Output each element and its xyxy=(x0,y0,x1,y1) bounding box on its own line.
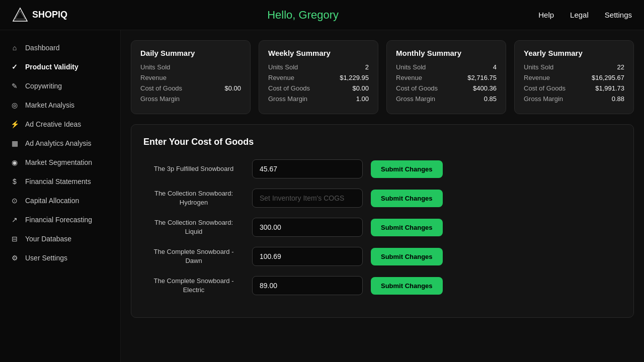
sidebar-item-your-database[interactable]: ⊟ Your Database xyxy=(0,229,120,248)
legal-link[interactable]: Legal xyxy=(570,11,589,19)
settings-link[interactable]: Settings xyxy=(605,11,632,19)
logo-text: SHOPIQ xyxy=(32,10,67,20)
cog-input-dawn[interactable] xyxy=(252,247,363,266)
summary-cards: Daily Summary Units Sold Revenue Cost of… xyxy=(131,40,634,114)
target-icon: ◎ xyxy=(10,101,19,110)
weekly-summary-card: Weekly Summary Units Sold2 Revenue$1,229… xyxy=(259,40,378,114)
product-label-dawn: The Complete Snowboard -Dawn xyxy=(143,247,244,265)
pencil-icon: ✎ xyxy=(10,81,19,90)
check-icon: ✓ xyxy=(10,62,19,71)
sidebar-item-financial-forecasting[interactable]: ↗ Financial Forecasting xyxy=(0,210,120,229)
monthly-summary-title: Monthly Summary xyxy=(396,49,497,57)
product-label-electric: The Complete Snowboard -Electric xyxy=(143,277,244,295)
submit-btn-3p[interactable]: Submit Changes xyxy=(371,160,443,178)
cog-title: Enter Your Cost of Goods xyxy=(143,137,621,147)
dollar-icon: $ xyxy=(10,177,19,186)
cog-input-liquid[interactable] xyxy=(252,218,363,237)
weekly-summary-title: Weekly Summary xyxy=(268,49,369,57)
cog-row-liquid: The Collection Snowboard:Liquid Submit C… xyxy=(143,218,621,237)
segment-icon: ◉ xyxy=(10,158,19,167)
logo-icon xyxy=(12,7,28,23)
sidebar-item-capital-allocation[interactable]: ⊙ Capital Allocation xyxy=(0,191,120,210)
top-nav: SHOPIQ Hello, Gregory Help Legal Setting… xyxy=(0,0,644,30)
database-icon: ⊟ xyxy=(10,234,19,243)
main-content: Daily Summary Units Sold Revenue Cost of… xyxy=(121,30,644,362)
submit-btn-hydrogen[interactable]: Submit Changes xyxy=(371,190,443,207)
sidebar-item-financial-statements[interactable]: $ Financial Statements xyxy=(0,172,120,191)
cog-row-dawn: The Complete Snowboard -Dawn Submit Chan… xyxy=(143,247,621,266)
cog-row-hydrogen: The Collection Snowboard:Hydrogen Submit… xyxy=(143,189,621,208)
sidebar-item-ad-analytics[interactable]: ▦ Ad Analytics Analysis xyxy=(0,134,120,153)
sidebar-item-market-analysis[interactable]: ◎ Market Analysis xyxy=(0,96,120,115)
submit-btn-liquid[interactable]: Submit Changes xyxy=(371,219,443,236)
sidebar-item-market-segmentation[interactable]: ◉ Market Segmentation xyxy=(0,153,120,172)
daily-summary-card: Daily Summary Units Sold Revenue Cost of… xyxy=(131,40,251,114)
sidebar-item-label: Your Database xyxy=(25,235,71,243)
sidebar-item-label: User Settings xyxy=(25,254,67,262)
cog-input-hydrogen[interactable] xyxy=(252,189,363,208)
sidebar-item-user-settings[interactable]: ⚙ User Settings xyxy=(0,248,120,267)
sidebar-item-ad-creative-ideas[interactable]: ⚡ Ad Creative Ideas xyxy=(0,115,120,134)
daily-summary-title: Daily Summary xyxy=(140,49,241,57)
home-icon: ⌂ xyxy=(10,43,19,52)
submit-btn-dawn[interactable]: Submit Changes xyxy=(371,248,443,265)
cog-row-electric: The Complete Snowboard -Electric Submit … xyxy=(143,276,621,295)
sidebar-item-label: Capital Allocation xyxy=(25,197,79,205)
sidebar-item-label: Financial Forecasting xyxy=(25,216,92,224)
sidebar-item-copywriting[interactable]: ✎ Copywriting xyxy=(0,76,120,96)
gear-icon: ⚙ xyxy=(10,253,19,262)
top-nav-links: Help Legal Settings xyxy=(538,11,632,19)
bar-chart-icon: ▦ xyxy=(10,139,19,148)
briefcase-icon: ⊙ xyxy=(10,196,19,205)
greeting: Hello, Gregory xyxy=(267,9,339,22)
submit-btn-electric[interactable]: Submit Changes xyxy=(371,277,443,295)
sidebar: ⌂ Dashboard ✓ Product Validity ✎ Copywri… xyxy=(0,30,121,362)
yearly-summary-title: Yearly Summary xyxy=(524,49,624,57)
cog-section: Enter Your Cost of Goods The 3p Fulfille… xyxy=(131,124,634,318)
product-label-3p: The 3p Fulfilled Snowboard xyxy=(143,164,244,173)
sidebar-item-label: Ad Analytics Analysis xyxy=(25,139,92,147)
cog-input-electric[interactable] xyxy=(252,276,363,295)
sidebar-item-label: Financial Statements xyxy=(25,177,91,186)
sidebar-item-product-validity[interactable]: ✓ Product Validity xyxy=(0,57,120,76)
sidebar-item-dashboard[interactable]: ⌂ Dashboard xyxy=(0,38,120,57)
cog-row-3p-fulfilled: The 3p Fulfilled Snowboard Submit Change… xyxy=(143,159,621,178)
yearly-summary-card: Yearly Summary Units Sold22 Revenue$16,2… xyxy=(514,40,634,114)
sidebar-item-label: Copywriting xyxy=(25,82,62,90)
product-label-hydrogen: The Collection Snowboard:Hydrogen xyxy=(143,189,244,207)
sidebar-item-label: Product Validity xyxy=(25,63,78,71)
help-link[interactable]: Help xyxy=(538,11,554,19)
logo: SHOPIQ xyxy=(12,7,67,23)
rocket-icon: ⚡ xyxy=(10,120,19,129)
monthly-summary-card: Monthly Summary Units Sold4 Revenue$2,71… xyxy=(386,40,506,114)
product-label-liquid: The Collection Snowboard:Liquid xyxy=(143,218,244,236)
trending-up-icon: ↗ xyxy=(10,215,19,224)
sidebar-item-label: Market Analysis xyxy=(25,101,74,109)
sidebar-item-label: Dashboard xyxy=(25,44,60,52)
sidebar-item-label: Market Segmentation xyxy=(25,158,92,166)
cog-input-3p[interactable] xyxy=(252,159,363,178)
sidebar-item-label: Ad Creative Ideas xyxy=(25,120,81,128)
